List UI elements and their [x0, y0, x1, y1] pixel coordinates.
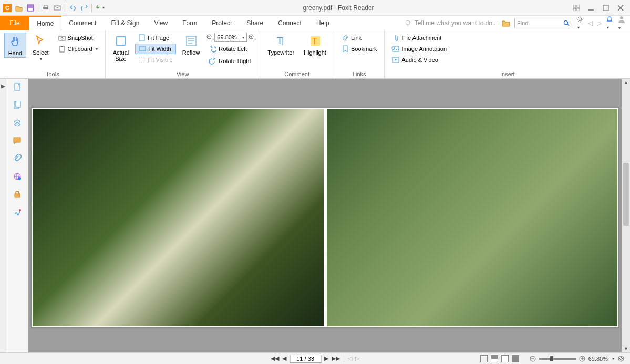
last-page-icon[interactable]: ▶▶ — [332, 355, 340, 362]
zoom-percent-label: 69.80% — [588, 356, 608, 362]
scroll-thumb[interactable] — [623, 163, 629, 226]
bookmarks-panel-icon[interactable] — [12, 100, 23, 110]
scroll-down-icon[interactable]: ▼ — [622, 345, 630, 352]
minimize-icon[interactable] — [587, 4, 595, 12]
audio-video-button[interactable]: Audio & Video — [389, 55, 450, 65]
nav-prev-icon[interactable]: ◁ — [588, 19, 593, 27]
zoom-out-icon[interactable] — [206, 34, 213, 41]
pages-panel-icon[interactable] — [12, 82, 23, 92]
maximize-icon[interactable] — [602, 4, 610, 12]
zoom-combo[interactable]: 69.80%▾ — [214, 33, 247, 42]
tab-home[interactable]: Home — [29, 16, 61, 30]
fit-status-icon[interactable] — [617, 355, 625, 362]
comments-panel-icon[interactable] — [12, 136, 23, 146]
file-attachment-button[interactable]: File Attachment — [389, 33, 450, 43]
svg-rect-12 — [603, 5, 608, 11]
scroll-up-icon[interactable]: ▲ — [622, 79, 630, 86]
svg-point-49 — [19, 209, 21, 211]
zoom-in-icon[interactable] — [248, 34, 255, 41]
continuous-facing-view-icon[interactable] — [512, 355, 519, 362]
rotate-left-label: Rotate Left — [219, 46, 247, 52]
save-icon[interactable] — [25, 3, 36, 13]
typewriter-label: Typewriter — [267, 49, 294, 56]
hand-icon — [8, 34, 23, 49]
back-view-icon[interactable]: ◁ — [348, 355, 352, 362]
continuous-view-icon[interactable] — [491, 355, 498, 362]
layers-panel-icon[interactable] — [12, 118, 23, 128]
clipboard-icon — [58, 45, 66, 53]
tab-protect[interactable]: Protect — [204, 16, 239, 30]
highlight-button[interactable]: T Highlight — [301, 33, 329, 57]
page-number-input[interactable] — [290, 355, 321, 363]
mail-icon[interactable] — [52, 3, 63, 13]
settings-icon[interactable]: ▾ — [576, 16, 584, 30]
window-title: greeny.pdf - Foxit Reader — [105, 4, 572, 12]
svg-line-16 — [567, 24, 569, 26]
fit-page-label: Fit Page — [148, 35, 169, 41]
camera-icon — [58, 34, 66, 41]
close-icon[interactable] — [616, 4, 625, 12]
tell-me-search[interactable]: Tell me what you want to do... — [404, 19, 498, 27]
tab-share[interactable]: Share — [239, 16, 271, 30]
document-area[interactable]: ︿ ▲ ▼ — [28, 79, 630, 352]
fit-width-button[interactable]: Fit Width — [135, 44, 175, 54]
select-cursor-icon — [33, 34, 48, 48]
zoom-out-status-icon[interactable] — [530, 356, 536, 362]
fit-width-label: Fit Width — [148, 46, 171, 52]
tab-connect[interactable]: Connect — [271, 16, 309, 30]
undo-icon[interactable] — [67, 3, 78, 13]
redo-icon[interactable] — [79, 3, 89, 13]
user-icon[interactable]: ▾ — [617, 15, 626, 31]
hand-tool-button[interactable]: Hand — [4, 33, 26, 58]
rotate-left-button[interactable]: Rotate Left — [206, 44, 255, 54]
clipboard-button[interactable]: Clipboard ▾ — [55, 44, 101, 54]
nav-next-icon[interactable]: ▷ — [597, 19, 602, 27]
media-icon — [392, 56, 399, 64]
next-page-icon[interactable]: ▶ — [324, 355, 328, 362]
security-panel-icon[interactable] — [12, 189, 23, 200]
open-icon[interactable] — [14, 3, 24, 13]
single-page-view-icon[interactable] — [480, 355, 488, 362]
search-icon[interactable] — [563, 20, 570, 26]
find-input[interactable]: Find — [514, 18, 572, 28]
reflow-button[interactable]: Reflow — [179, 33, 203, 57]
app-icon[interactable]: G — [2, 3, 13, 13]
attachments-panel-icon[interactable] — [12, 153, 23, 164]
tab-form[interactable]: Form — [175, 16, 204, 30]
fit-visible-button[interactable]: Fit Visible — [135, 55, 175, 65]
print-icon[interactable] — [40, 3, 51, 13]
snapshot-button[interactable]: SnapShot — [55, 33, 101, 43]
link-button[interactable]: Link — [338, 33, 380, 43]
connected-panel-icon[interactable] — [12, 171, 23, 182]
ribbon-options-icon[interactable] — [572, 4, 581, 12]
forward-view-icon[interactable]: ▷ — [355, 355, 359, 362]
page-image-right — [327, 109, 618, 326]
tab-fill-sign[interactable]: Fill & Sign — [104, 16, 147, 30]
rotate-right-button[interactable]: Rotate Right — [206, 56, 255, 66]
zoom-slider[interactable] — [539, 358, 576, 360]
actual-size-button[interactable]: Actual Size — [110, 33, 132, 63]
first-page-icon[interactable]: ◀◀ — [271, 355, 279, 362]
clipboard-label: Clipboard — [68, 46, 92, 52]
vertical-scrollbar[interactable]: ▲ ▼ — [622, 79, 630, 352]
side-collapse-toggle[interactable]: ▸ — [0, 79, 6, 352]
folder-search-icon[interactable] — [502, 19, 510, 27]
signatures-panel-icon[interactable] — [12, 207, 23, 217]
notification-icon[interactable]: ▾ — [606, 16, 613, 30]
select-tool-button[interactable]: Select ▾ — [29, 33, 52, 63]
tab-file[interactable]: File — [0, 16, 29, 30]
bookmark-button[interactable]: Bookmark — [338, 44, 380, 54]
prev-page-icon[interactable]: ◀ — [282, 355, 286, 362]
fit-page-button[interactable]: Fit Page — [135, 33, 175, 43]
group-links-label: Links — [338, 70, 380, 77]
tab-help[interactable]: Help — [309, 16, 337, 30]
snapshot-label: SnapShot — [68, 35, 93, 41]
facing-view-icon[interactable] — [501, 355, 509, 362]
bookmark-label: Bookmark — [351, 46, 377, 52]
image-annotation-button[interactable]: Image Annotation — [389, 44, 450, 54]
typewriter-button[interactable]: T Typewriter — [264, 33, 297, 57]
zoom-in-status-icon[interactable] — [579, 356, 585, 362]
quick-customize-icon[interactable]: ▾ — [94, 3, 105, 13]
tab-comment[interactable]: Comment — [61, 16, 104, 30]
tab-view[interactable]: View — [147, 16, 175, 30]
